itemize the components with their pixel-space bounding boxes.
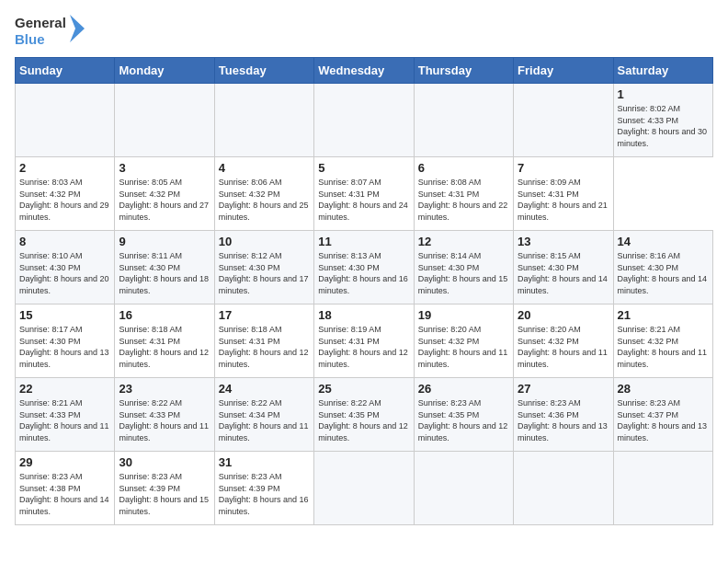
day-number: 15 <box>19 308 110 322</box>
empty-cell <box>414 452 513 525</box>
day-cell-4: 4Sunrise: 8:06 AMSunset: 4:32 PMDaylight… <box>214 157 313 231</box>
day-cell-23: 23Sunrise: 8:22 AMSunset: 4:33 PMDayligh… <box>115 378 214 452</box>
day-cell-25: 25Sunrise: 8:22 AMSunset: 4:35 PMDayligh… <box>314 378 414 452</box>
calendar-week-3: 8Sunrise: 8:10 AMSunset: 4:30 PMDaylight… <box>16 231 713 304</box>
day-number: 2 <box>19 161 110 175</box>
day-info: Sunrise: 8:23 AMSunset: 4:37 PMDaylight:… <box>618 397 709 443</box>
day-info: Sunrise: 8:22 AMSunset: 4:33 PMDaylight:… <box>119 397 210 443</box>
svg-marker-0 <box>70 15 85 42</box>
day-info: Sunrise: 8:08 AMSunset: 4:31 PMDaylight:… <box>418 177 509 223</box>
day-info: Sunrise: 8:22 AMSunset: 4:34 PMDaylight:… <box>219 397 310 443</box>
empty-cell <box>314 452 414 525</box>
day-info: Sunrise: 8:09 AMSunset: 4:31 PMDaylight:… <box>518 177 609 223</box>
day-number: 21 <box>618 308 709 322</box>
day-header-monday: Monday <box>115 58 214 84</box>
day-info: Sunrise: 8:23 AMSunset: 4:36 PMDaylight:… <box>518 397 609 443</box>
day-number: 14 <box>618 235 709 248</box>
calendar-table: SundayMondayTuesdayWednesdayThursdayFrid… <box>15 57 713 525</box>
day-number: 28 <box>618 382 709 396</box>
day-info: Sunrise: 8:17 AMSunset: 4:30 PMDaylight:… <box>19 324 110 370</box>
day-info: Sunrise: 8:13 AMSunset: 4:30 PMDaylight:… <box>318 250 409 296</box>
logo-text-block: General Blue <box>15 15 66 48</box>
day-number: 9 <box>119 235 210 248</box>
logo: General Blue <box>15 15 90 48</box>
day-cell-27: 27Sunrise: 8:23 AMSunset: 4:36 PMDayligh… <box>514 378 613 452</box>
day-cell-31: 31Sunrise: 8:23 AMSunset: 4:39 PMDayligh… <box>214 452 313 525</box>
empty-cell <box>214 84 313 157</box>
empty-cell <box>314 84 414 157</box>
day-number: 22 <box>19 382 110 396</box>
day-number: 6 <box>418 161 509 175</box>
day-number: 29 <box>19 455 110 469</box>
day-number: 1 <box>618 87 709 101</box>
day-info: Sunrise: 8:03 AMSunset: 4:32 PMDaylight:… <box>19 177 110 223</box>
calendar-week-4: 15Sunrise: 8:17 AMSunset: 4:30 PMDayligh… <box>16 304 713 378</box>
day-info: Sunrise: 8:14 AMSunset: 4:30 PMDaylight:… <box>418 250 509 296</box>
day-cell-28: 28Sunrise: 8:23 AMSunset: 4:37 PMDayligh… <box>613 378 712 452</box>
logo-blue: Blue <box>15 31 66 48</box>
logo-arrow-icon <box>70 15 90 42</box>
day-cell-13: 13Sunrise: 8:15 AMSunset: 4:30 PMDayligh… <box>514 231 613 304</box>
day-number: 31 <box>219 455 310 469</box>
day-cell-16: 16Sunrise: 8:18 AMSunset: 4:31 PMDayligh… <box>115 304 214 378</box>
day-number: 17 <box>219 308 310 322</box>
day-cell-29: 29Sunrise: 8:23 AMSunset: 4:38 PMDayligh… <box>16 452 115 525</box>
day-cell-30: 30Sunrise: 8:23 AMSunset: 4:39 PMDayligh… <box>115 452 214 525</box>
day-cell-11: 11Sunrise: 8:13 AMSunset: 4:30 PMDayligh… <box>314 231 414 304</box>
day-number: 4 <box>219 161 310 175</box>
day-info: Sunrise: 8:23 AMSunset: 4:35 PMDaylight:… <box>418 397 509 443</box>
empty-cell <box>414 84 513 157</box>
day-cell-26: 26Sunrise: 8:23 AMSunset: 4:35 PMDayligh… <box>414 378 513 452</box>
empty-cell <box>514 84 613 157</box>
day-number: 23 <box>119 382 210 396</box>
day-cell-10: 10Sunrise: 8:12 AMSunset: 4:30 PMDayligh… <box>214 231 313 304</box>
day-number: 5 <box>318 161 409 175</box>
day-info: Sunrise: 8:16 AMSunset: 4:30 PMDaylight:… <box>618 250 709 296</box>
day-cell-14: 14Sunrise: 8:16 AMSunset: 4:30 PMDayligh… <box>613 231 712 304</box>
day-info: Sunrise: 8:06 AMSunset: 4:32 PMDaylight:… <box>219 177 310 223</box>
day-number: 8 <box>19 235 110 248</box>
calendar-week-6: 29Sunrise: 8:23 AMSunset: 4:38 PMDayligh… <box>16 452 713 525</box>
empty-cell <box>115 84 214 157</box>
day-info: Sunrise: 8:23 AMSunset: 4:39 PMDaylight:… <box>219 471 310 517</box>
day-number: 10 <box>219 235 310 248</box>
day-info: Sunrise: 8:22 AMSunset: 4:35 PMDaylight:… <box>318 397 409 443</box>
day-number: 7 <box>518 161 609 175</box>
day-cell-8: 8Sunrise: 8:10 AMSunset: 4:30 PMDaylight… <box>16 231 115 304</box>
day-number: 30 <box>119 455 210 469</box>
day-cell-12: 12Sunrise: 8:14 AMSunset: 4:30 PMDayligh… <box>414 231 513 304</box>
day-cell-5: 5Sunrise: 8:07 AMSunset: 4:31 PMDaylight… <box>314 157 414 231</box>
day-info: Sunrise: 8:23 AMSunset: 4:39 PMDaylight:… <box>119 471 210 517</box>
calendar-week-1: 1Sunrise: 8:02 AMSunset: 4:33 PMDaylight… <box>16 84 713 157</box>
day-cell-7: 7Sunrise: 8:09 AMSunset: 4:31 PMDaylight… <box>514 157 613 231</box>
day-cell-9: 9Sunrise: 8:11 AMSunset: 4:30 PMDaylight… <box>115 231 214 304</box>
day-number: 13 <box>518 235 609 248</box>
day-number: 12 <box>418 235 509 248</box>
day-number: 24 <box>219 382 310 396</box>
day-header-friday: Friday <box>514 58 613 84</box>
day-number: 27 <box>518 382 609 396</box>
empty-cell <box>16 84 115 157</box>
day-cell-2: 2Sunrise: 8:03 AMSunset: 4:32 PMDaylight… <box>16 157 115 231</box>
day-header-saturday: Saturday <box>613 58 712 84</box>
day-cell-17: 17Sunrise: 8:18 AMSunset: 4:31 PMDayligh… <box>214 304 313 378</box>
day-number: 20 <box>518 308 609 322</box>
day-info: Sunrise: 8:20 AMSunset: 4:32 PMDaylight:… <box>418 324 509 370</box>
day-info: Sunrise: 8:23 AMSunset: 4:38 PMDaylight:… <box>19 471 110 517</box>
day-header-tuesday: Tuesday <box>214 58 313 84</box>
day-cell-24: 24Sunrise: 8:22 AMSunset: 4:34 PMDayligh… <box>214 378 313 452</box>
empty-cell <box>613 452 712 525</box>
day-number: 11 <box>318 235 409 248</box>
day-info: Sunrise: 8:11 AMSunset: 4:30 PMDaylight:… <box>119 250 210 296</box>
calendar-week-2: 2Sunrise: 8:03 AMSunset: 4:32 PMDaylight… <box>16 157 713 231</box>
day-info: Sunrise: 8:15 AMSunset: 4:30 PMDaylight:… <box>518 250 609 296</box>
day-number: 19 <box>418 308 509 322</box>
day-info: Sunrise: 8:12 AMSunset: 4:30 PMDaylight:… <box>219 250 310 296</box>
day-info: Sunrise: 8:02 AMSunset: 4:33 PMDaylight:… <box>618 103 709 149</box>
day-info: Sunrise: 8:21 AMSunset: 4:33 PMDaylight:… <box>19 397 110 443</box>
day-cell-15: 15Sunrise: 8:17 AMSunset: 4:30 PMDayligh… <box>16 304 115 378</box>
day-cell-18: 18Sunrise: 8:19 AMSunset: 4:31 PMDayligh… <box>314 304 414 378</box>
day-number: 3 <box>119 161 210 175</box>
day-cell-22: 22Sunrise: 8:21 AMSunset: 4:33 PMDayligh… <box>16 378 115 452</box>
day-cell-21: 21Sunrise: 8:21 AMSunset: 4:32 PMDayligh… <box>613 304 712 378</box>
